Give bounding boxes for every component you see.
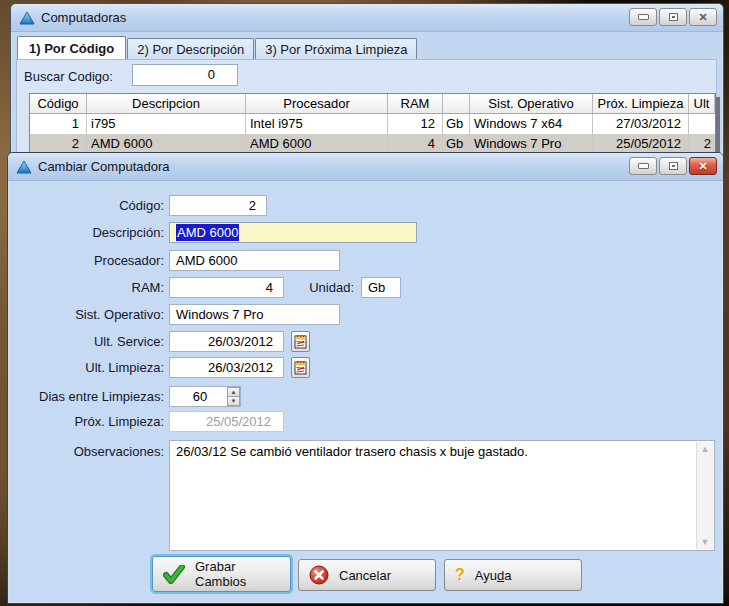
computadoras-titlebar[interactable]: Computadoras ✕: [11, 4, 723, 32]
descripcion-field[interactable]: AMD 6000: [169, 222, 417, 243]
cancelar-button[interactable]: Cancelar: [298, 559, 436, 591]
table-row-selected[interactable]: 2 AMD 6000 AMD 6000 4 Gb Windows 7 Pro 2…: [30, 134, 715, 154]
green-check-icon: [163, 565, 185, 584]
procesador-label: Procesador:: [16, 252, 164, 270]
grabar-cambios-button[interactable]: Grabar Cambios: [152, 556, 291, 592]
close-icon: ✕: [698, 12, 707, 23]
cambiar-computadora-dialog: Cambiar Computadora ✕ Código: 2 Descripc…: [7, 152, 724, 604]
scroll-up-icon[interactable]: ▲: [701, 444, 710, 454]
cell-codigo: 1: [30, 114, 87, 134]
dias-spinner: ▲ ▼: [227, 387, 240, 406]
cell-procesador: Intel i975: [246, 114, 388, 134]
ult-service-calendar-button[interactable]: [291, 331, 310, 352]
cell-prox-limpieza: 27/03/2012: [593, 114, 689, 134]
cell-sist-operativo: Windows 7 Pro: [470, 134, 593, 154]
spinner-up-button[interactable]: ▲: [227, 387, 240, 397]
calendar-icon: [294, 360, 307, 375]
ult-limpieza-calendar-button[interactable]: [291, 357, 310, 378]
dialog-title: Cambiar Computadora: [38, 159, 170, 174]
cell-ram: 4: [388, 134, 443, 154]
minimize-icon: [638, 14, 649, 20]
restore-button[interactable]: [659, 8, 687, 26]
descripcion-label: Descripción:: [16, 224, 164, 242]
procesador-field[interactable]: AMD 6000: [169, 250, 340, 271]
question-mark-icon: ?: [455, 566, 465, 584]
col-header-ram[interactable]: RAM: [388, 94, 443, 113]
tab-por-proxima-limpieza[interactable]: 3) Por Próxima Limpieza: [255, 38, 417, 60]
cell-unidad: Gb: [443, 114, 470, 134]
cell-descripcion: i795: [87, 114, 246, 134]
unidad-label: Unidad:: [254, 279, 354, 297]
buscar-codigo-input[interactable]: 0: [132, 64, 238, 86]
close-button[interactable]: ✕: [689, 8, 717, 26]
col-header-codigo[interactable]: Código: [30, 94, 87, 113]
codigo-label: Código:: [16, 197, 164, 215]
cell-procesador: AMD 6000: [246, 134, 388, 154]
dias-entre-limpiezas-label: Dias entre Limpiezas:: [16, 388, 164, 406]
ult-limpieza-field[interactable]: 26/03/2012: [169, 357, 284, 378]
cell-sist-operativo: Windows 7 x64: [470, 114, 593, 134]
scroll-down-icon[interactable]: ▼: [701, 537, 710, 547]
window-title: Computadoras: [41, 10, 126, 25]
prox-limpieza-label: Próx. Limpieza:: [16, 413, 164, 431]
observaciones-text: 26/03/12 Se cambió ventilador trasero ch…: [176, 444, 528, 459]
buscar-codigo-label: Buscar Codigo:: [24, 69, 113, 84]
observaciones-textarea[interactable]: 26/03/12 Se cambió ventilador trasero ch…: [169, 440, 715, 551]
minimize-button[interactable]: [629, 8, 657, 26]
unidad-field[interactable]: Gb: [361, 277, 401, 298]
col-header-ult[interactable]: Ult: [689, 94, 715, 113]
prox-limpieza-field: 25/05/2012: [169, 411, 284, 432]
col-header-unidad[interactable]: [443, 94, 470, 113]
close-icon: ✕: [698, 161, 707, 172]
ult-service-field[interactable]: 26/03/2012: [169, 331, 284, 352]
cell-descripcion: AMD 6000: [87, 134, 246, 154]
col-header-prox-limpieza[interactable]: Próx. Limpieza: [593, 94, 689, 113]
ayuda-button[interactable]: ? Ayuda: [444, 559, 582, 591]
sist-operativo-label: Sist. Operativo:: [16, 306, 164, 324]
dialog-titlebar[interactable]: Cambiar Computadora ✕: [8, 153, 723, 181]
restore-icon: [669, 13, 678, 21]
restore-button[interactable]: [659, 157, 687, 175]
tab-por-descripcion[interactable]: 2) Por Descripción: [127, 38, 254, 60]
cell-unidad: Gb: [443, 134, 470, 154]
observaciones-label: Observaciones:: [16, 443, 164, 461]
col-header-procesador[interactable]: Procesador: [246, 94, 388, 113]
tab-bar: 1) Por Código 2) Por Descripción 3) Por …: [17, 36, 418, 60]
col-header-sist-operativo[interactable]: Sist. Operativo: [470, 94, 593, 113]
ram-label: RAM:: [16, 279, 164, 297]
close-button[interactable]: ✕: [689, 157, 717, 175]
ult-service-label: Ult. Service:: [16, 333, 164, 351]
app-triangle-icon: [16, 160, 32, 174]
red-x-circle-icon: [309, 565, 329, 585]
selected-text: AMD 6000: [176, 224, 239, 241]
app-triangle-icon: [19, 11, 35, 25]
sist-operativo-field[interactable]: Windows 7 Pro: [169, 304, 340, 325]
cell-ult: [689, 114, 715, 134]
table-row[interactable]: 1 i795 Intel i975 12 Gb Windows 7 x64 27…: [30, 114, 715, 134]
button-label: Cancelar: [339, 568, 391, 583]
spinner-down-button[interactable]: ▼: [227, 397, 240, 406]
ult-limpieza-label: Ult. Limpieza:: [16, 359, 164, 377]
col-header-descripcion[interactable]: Descripcion: [87, 94, 246, 113]
button-label: Ayuda: [475, 568, 512, 583]
cell-prox-limpieza: 25/05/2012: [593, 134, 689, 154]
grid-header-row: Código Descripcion Procesador RAM Sist. …: [30, 94, 715, 114]
cell-codigo: 2: [30, 134, 87, 154]
cell-ram: 12: [388, 114, 443, 134]
button-label: Grabar Cambios: [195, 559, 246, 589]
cell-ult: 2: [689, 134, 715, 154]
observaciones-scrollbar[interactable]: ▲ ▼: [696, 442, 713, 549]
restore-icon: [669, 162, 678, 170]
tab-por-codigo[interactable]: 1) Por Código: [17, 36, 126, 60]
minimize-icon: [638, 163, 649, 169]
minimize-button[interactable]: [629, 157, 657, 175]
calendar-icon: [294, 334, 307, 349]
codigo-field[interactable]: 2: [169, 195, 267, 216]
